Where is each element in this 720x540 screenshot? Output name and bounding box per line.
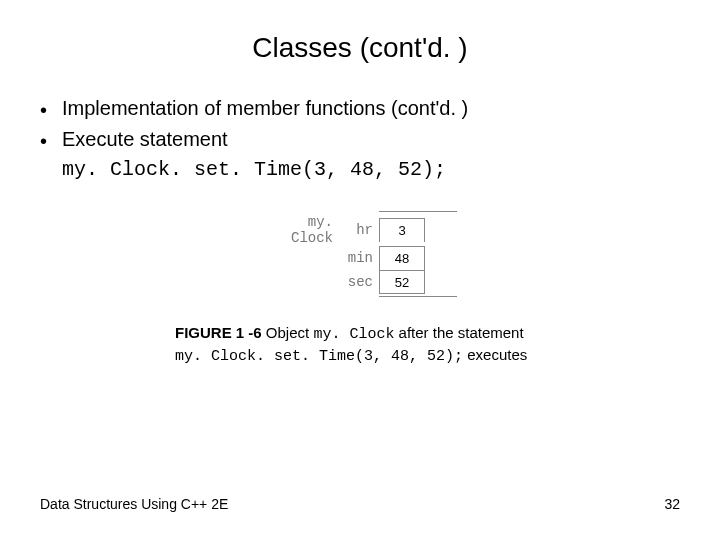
caption-figure-number: FIGURE 1 -6	[175, 324, 262, 341]
caption-code: my. Clock	[313, 326, 394, 343]
slide-title: Classes (cont'd. )	[0, 0, 720, 94]
figure-caption: FIGURE 1 -6 Object my. Clock after the s…	[0, 323, 720, 368]
diagram-field-label: sec	[343, 274, 379, 290]
caption-code: my. Clock. set. Time(3, 48, 52);	[175, 348, 463, 365]
footer-page-number: 32	[664, 496, 680, 512]
diagram-field-value: 52	[379, 270, 425, 294]
bullet-dot: •	[40, 94, 62, 125]
code-statement: my. Clock. set. Time(3, 48, 52);	[0, 158, 720, 181]
bullet-item: • Implementation of member functions (co…	[40, 94, 720, 125]
footer-book-title: Data Structures Using C++ 2E	[40, 496, 228, 512]
caption-text: executes	[463, 346, 527, 363]
diagram-field-value: 48	[379, 246, 425, 270]
bullet-item: • Execute statement	[40, 125, 720, 156]
diagram-row: sec 52	[263, 270, 457, 294]
caption-text: after the statement	[394, 324, 523, 341]
diagram-field-value: 3	[379, 218, 425, 242]
diagram-bottom-border	[379, 294, 457, 297]
object-diagram: my. Clock hr 3 min 48 sec 52	[263, 211, 457, 297]
bullet-text: Execute statement	[62, 125, 228, 154]
slide-footer: Data Structures Using C++ 2E 32	[40, 496, 680, 512]
bullet-text: Implementation of member functions (cont…	[62, 94, 468, 123]
bullet-dot: •	[40, 125, 62, 156]
caption-text: Object	[262, 324, 314, 341]
diagram-field-label: min	[343, 250, 379, 266]
diagram-row: my. Clock hr 3	[263, 214, 457, 246]
diagram-row: min 48	[263, 246, 457, 270]
bullet-list: • Implementation of member functions (co…	[0, 94, 720, 156]
diagram-field-label: hr	[343, 222, 379, 238]
diagram-object-name: my. Clock	[263, 214, 343, 246]
